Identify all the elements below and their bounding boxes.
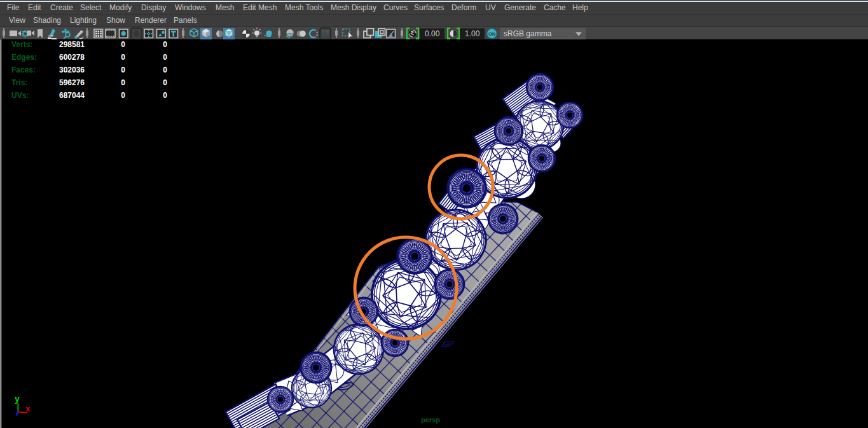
svg-text:1.00: 1.00 bbox=[465, 29, 480, 38]
svg-text:x: x bbox=[25, 404, 31, 413]
svg-text:ON: ON bbox=[488, 31, 495, 37]
svg-text:0.00: 0.00 bbox=[425, 29, 440, 38]
svg-text:sRGB gamma: sRGB gamma bbox=[504, 29, 552, 38]
svg-text:y: y bbox=[15, 394, 20, 404]
